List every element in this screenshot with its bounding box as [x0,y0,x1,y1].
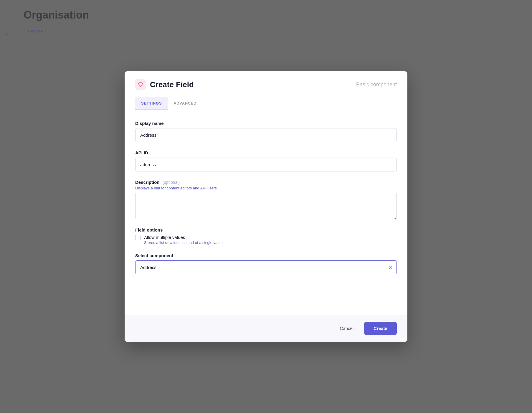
modal-subtitle: Basic component [356,82,397,88]
modal-tabs: SETTINGS ADVANCED [125,97,407,110]
modal-header-left: Create Field [135,79,194,90]
description-group: Description (optional) Displays a hint f… [135,180,397,219]
display-name-group: Display name [135,121,397,142]
api-id-input[interactable] [135,158,397,171]
select-input-wrapper: ✕ [135,260,397,274]
allow-multiple-content: Allow multiple values Stores a list of v… [144,235,223,245]
diamond-icon [138,82,143,87]
cancel-button[interactable]: Cancel [334,322,360,334]
allow-multiple-checkbox[interactable] [135,235,141,240]
display-name-label: Display name [135,121,397,126]
allow-multiple-label: Allow multiple values [144,235,223,240]
api-id-label: API ID [135,150,397,155]
allow-multiple-row: Allow multiple values Stores a list of v… [135,235,397,245]
field-options-label: Field options [135,227,397,232]
modal-footer: Cancel Create [125,315,407,342]
modal-title: Create Field [150,80,194,89]
description-optional: (optional) [163,180,180,185]
create-button[interactable]: Create [364,322,397,335]
description-textarea[interactable] [135,193,397,219]
description-label: Description (optional) [135,180,397,185]
allow-multiple-hint: Stores a list of values instead of a sin… [144,240,223,245]
modal-overlay: Create Field Basic component SETTINGS AD… [0,0,532,413]
create-field-modal: Create Field Basic component SETTINGS AD… [125,71,407,342]
api-id-group: API ID [135,150,397,171]
tab-settings[interactable]: SETTINGS [135,97,168,110]
field-options-group: Field options Allow multiple values Stor… [135,227,397,245]
modal-header: Create Field Basic component [125,71,407,97]
select-component-label: Select component [135,253,397,258]
select-component-input[interactable] [135,260,397,274]
tab-advanced[interactable]: ADVANCED [168,97,202,110]
clear-icon: ✕ [388,265,392,270]
display-name-input[interactable] [135,128,397,142]
modal-body: Display name API ID Description (optiona… [125,113,407,315]
select-component-group: Select component ✕ [135,253,397,274]
description-hint: Displays a hint for content editors and … [135,186,397,190]
select-clear-button[interactable]: ✕ [388,264,393,271]
field-type-icon [135,79,146,90]
